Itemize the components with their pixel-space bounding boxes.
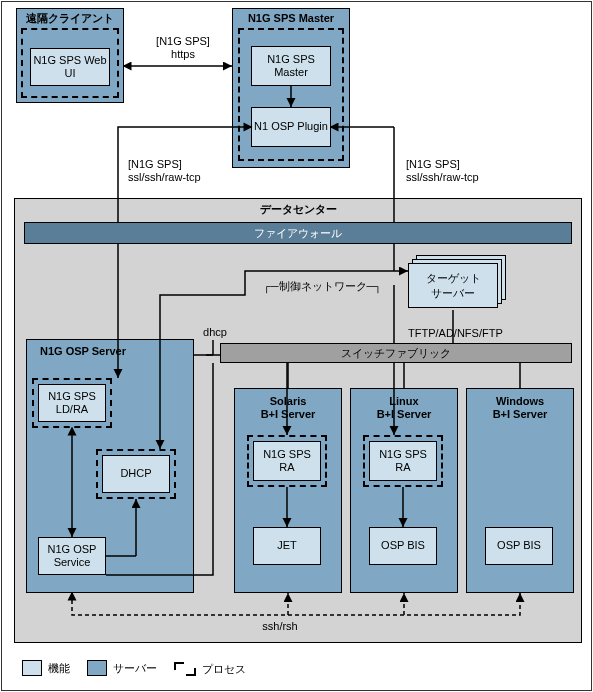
web-ui-label: N1G SPS Web UI: [31, 54, 109, 80]
web-ui-box: N1G SPS Web UI: [30, 48, 110, 86]
osp-service-func: N1G OSP Service: [38, 537, 106, 575]
datacenter-title: データセンター: [14, 203, 582, 216]
target-server-label: ターゲット サーバー: [426, 271, 481, 301]
dhcp-label: dhcp: [195, 326, 235, 339]
switch-fabric-bar: スイッチファブリック: [220, 343, 572, 363]
tftp-label: TFTP/AD/NFS/FTP: [408, 327, 538, 340]
linux-ra-label: N1G SPS RA: [370, 448, 436, 474]
solaris-title: Solaris B+I Server: [234, 395, 342, 421]
osp-plugin-func: N1 OSP Plugin: [251, 107, 331, 147]
target-server-stack: ターゲット サーバー: [408, 255, 508, 310]
dhcp-func-label: DHCP: [120, 467, 151, 480]
linux-ospbis-label: OSP BIS: [381, 539, 425, 552]
firewall-label: ファイアウォール: [254, 226, 342, 241]
linux-ra-func: N1G SPS RA: [369, 441, 437, 481]
legend-func: 機能: [22, 660, 70, 676]
ssl-right-label: [N1G SPS] ssl/ssh/raw-tcp: [406, 158, 516, 184]
ssl-left-label: [N1G SPS] ssl/ssh/raw-tcp: [128, 158, 238, 184]
ssh-rsh-label: ssh/rsh: [250, 620, 310, 633]
sps-master-func: N1G SPS Master: [251, 46, 331, 86]
switch-fabric-label: スイッチファブリック: [341, 346, 451, 361]
firewall-bar: ファイアウォール: [24, 222, 572, 244]
ldra-func: N1G SPS LD/RA: [38, 384, 106, 422]
sps-master-title: N1G SPS Master: [232, 12, 350, 25]
sps-master-func-label: N1G SPS Master: [252, 53, 330, 79]
legend-server: サーバー: [87, 660, 157, 676]
solaris-ra-label: N1G SPS RA: [254, 448, 320, 474]
windows-ospbis-label: OSP BIS: [497, 539, 541, 552]
https-label: [N1G SPS] https: [138, 35, 228, 61]
solaris-ra-func: N1G SPS RA: [253, 441, 321, 481]
remote-client-title: 遠隔クライアント: [16, 12, 124, 25]
ldra-label: N1G SPS LD/RA: [39, 390, 105, 416]
linux-ospbis-func: OSP BIS: [369, 527, 437, 565]
linux-title: Linux B+I Server: [350, 395, 458, 421]
windows-title: Windows B+I Server: [466, 395, 574, 421]
jet-label: JET: [277, 539, 297, 552]
windows-ospbis-func: OSP BIS: [485, 527, 553, 565]
osp-server-title: N1G OSP Server: [26, 345, 208, 358]
osp-service-label: N1G OSP Service: [39, 543, 105, 569]
dhcp-func: DHCP: [102, 455, 170, 493]
legend-process: プロセス: [174, 662, 246, 677]
legend: 機能 サーバー プロセス: [22, 660, 260, 678]
solaris-jet-func: JET: [253, 527, 321, 565]
osp-plugin-label: N1 OSP Plugin: [254, 120, 328, 133]
control-net-label: ┌─制御ネットワーク─┐: [255, 280, 390, 293]
